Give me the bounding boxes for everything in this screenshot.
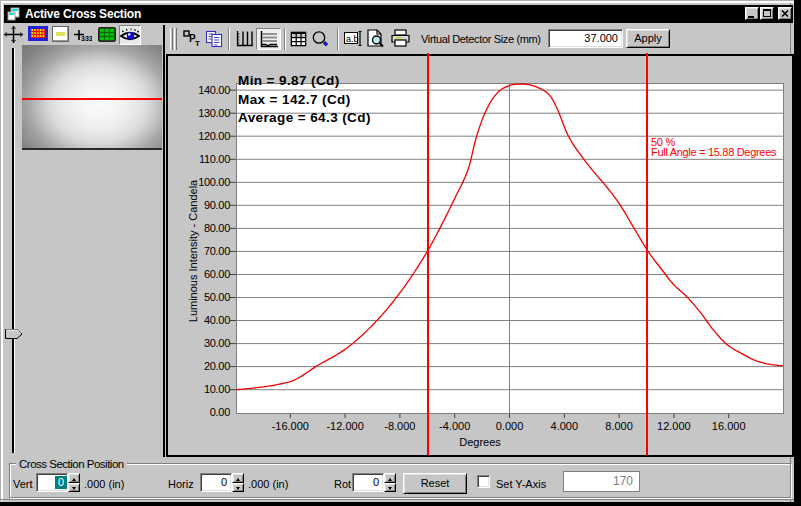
svg-text:a.b: a.b bbox=[346, 34, 359, 44]
svg-text:333: 333 bbox=[81, 35, 92, 42]
svg-text:T: T bbox=[195, 39, 200, 48]
